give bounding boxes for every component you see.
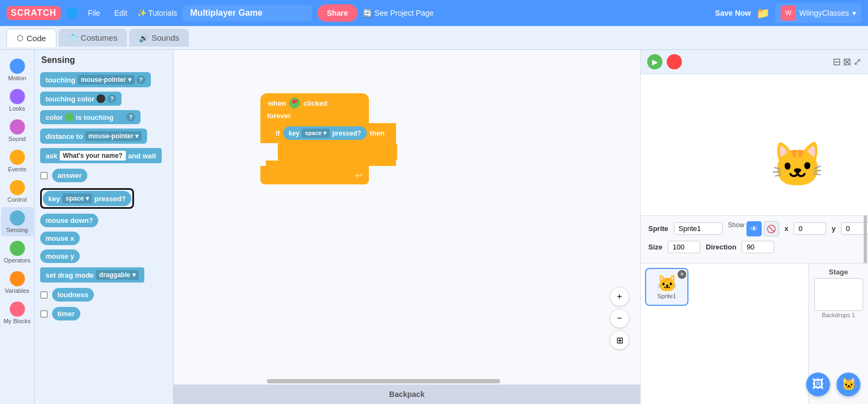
scratch-logo: SCRATCH bbox=[7, 6, 61, 20]
edit-menu[interactable]: Edit bbox=[110, 7, 132, 20]
red-stop-button[interactable] bbox=[667, 54, 682, 69]
stage-fullscreen-button[interactable]: ⤢ bbox=[853, 56, 861, 68]
costumes-icon: 👕 bbox=[68, 34, 78, 42]
sidebar-item-events[interactable]: Events bbox=[1, 146, 34, 176]
block-row-loudness: loudness bbox=[40, 286, 168, 303]
x-input[interactable] bbox=[794, 222, 826, 235]
add-backdrop-button[interactable]: 🖼 bbox=[806, 373, 830, 396]
sprite-cat-display: 🐱 bbox=[770, 139, 825, 190]
stage-label: Stage bbox=[829, 268, 848, 276]
save-now-button[interactable]: Save Now bbox=[715, 9, 751, 17]
loudness-checkbox[interactable] bbox=[40, 291, 48, 299]
block-touching-color[interactable]: touching color ? bbox=[40, 92, 122, 106]
file-menu[interactable]: File bbox=[84, 7, 105, 20]
size-input[interactable] bbox=[668, 241, 700, 253]
key-val[interactable]: space ▾ bbox=[302, 129, 330, 138]
tab-sounds[interactable]: 🔊 Sounds bbox=[129, 29, 189, 47]
sidebar-item-myblocks[interactable]: My Blocks bbox=[1, 298, 34, 328]
hat-block[interactable]: when 🚩 clicked bbox=[260, 93, 369, 108]
timer-checkbox[interactable] bbox=[40, 310, 48, 318]
stage-small-button[interactable]: ⊟ bbox=[833, 56, 841, 68]
block-answer[interactable]: answer bbox=[52, 169, 87, 182]
stage-normal-button[interactable]: ⊠ bbox=[843, 56, 851, 68]
sound-dot bbox=[10, 119, 25, 134]
sidebar-item-operators[interactable]: Operators bbox=[1, 238, 34, 267]
fit-button[interactable]: ⊞ bbox=[610, 330, 629, 350]
block-row-drag-mode: set drag mode draggable ▾ bbox=[39, 266, 169, 284]
forever-block[interactable]: forever bbox=[260, 108, 369, 123]
block-ask[interactable]: ask What's your name? and wait bbox=[40, 148, 162, 163]
sprite-delete-button[interactable]: ✕ bbox=[678, 270, 686, 279]
stage-header: ▶ ⊟ ⊠ ⤢ bbox=[641, 50, 868, 74]
user-menu[interactable]: W WiingyClasses ▾ bbox=[775, 3, 861, 23]
globe-button[interactable]: 🌐 bbox=[66, 7, 78, 19]
drag-mode-dropdown[interactable]: draggable ▾ bbox=[96, 270, 139, 280]
see-project-button[interactable]: 🔄 See Project Page bbox=[363, 9, 433, 17]
sidebar-item-variables[interactable]: Variables bbox=[1, 268, 34, 297]
sidebar-item-motion[interactable]: Motion bbox=[1, 55, 34, 85]
block-color-touching[interactable]: color is touching ? bbox=[40, 110, 141, 124]
main-layout: Motion Looks Sound Events Control Sensin… bbox=[0, 50, 868, 404]
block-loudness[interactable]: loudness bbox=[52, 288, 94, 302]
add-sprite-button[interactable]: 🐱 bbox=[837, 373, 860, 396]
sprite-label: Sprite bbox=[648, 225, 668, 233]
sidebar-item-looks[interactable]: Looks bbox=[1, 86, 34, 115]
backpack-bar[interactable]: Backpack bbox=[174, 384, 640, 404]
flag-symbol: 🚩 bbox=[289, 98, 300, 108]
block-distance-to[interactable]: distance to mouse-pointer ▾ bbox=[40, 129, 147, 144]
zoom-in-button[interactable]: + bbox=[610, 287, 629, 306]
zoom-out-button[interactable]: − bbox=[610, 309, 629, 328]
block-row-touching: touching mouse-pointer ▾ ? bbox=[39, 70, 169, 89]
share-button[interactable]: Share bbox=[317, 4, 358, 22]
tab-code[interactable]: ⬡ Code bbox=[7, 29, 56, 47]
show-visible-button[interactable]: 👁 bbox=[746, 221, 762, 236]
block-row-timer: timer bbox=[40, 305, 168, 322]
folder-icon[interactable]: 📁 bbox=[756, 7, 770, 20]
stage-thumbnail[interactable] bbox=[814, 278, 863, 311]
key-dropdown[interactable]: space ▾ bbox=[62, 194, 92, 203]
horizontal-scrollbar[interactable] bbox=[267, 379, 500, 383]
show-buttons: Show 👁 🚫 bbox=[728, 221, 779, 236]
if-block-bottom bbox=[266, 161, 396, 166]
block-timer[interactable]: timer bbox=[52, 307, 80, 320]
block-mouse-y[interactable]: mouse y bbox=[40, 249, 80, 263]
tab-costumes[interactable]: 👕 Costumes bbox=[59, 29, 127, 47]
sprite-info: Sprite Show 👁 🚫 x y Size Direction bbox=[641, 215, 868, 263]
tab-bar: ⬡ Code 👕 Costumes 🔊 Sounds bbox=[0, 26, 868, 50]
if-block[interactable]: if key space ▾ pressed? then bbox=[260, 123, 396, 143]
block-key-pressed[interactable]: key space ▾ pressed? bbox=[43, 191, 131, 206]
direction-input[interactable] bbox=[742, 241, 774, 253]
code-icon: ⬡ bbox=[17, 34, 23, 42]
sensing-dot bbox=[10, 210, 25, 226]
sprite-thumb-sprite1[interactable]: ✕ 🐱 Sprite1 bbox=[645, 268, 688, 306]
block-mouse-x[interactable]: mouse x bbox=[40, 232, 80, 245]
block-touching[interactable]: touching mouse-pointer ▾ ? bbox=[40, 72, 151, 87]
color-swatch-teal bbox=[116, 113, 124, 121]
answer-checkbox[interactable] bbox=[40, 172, 48, 179]
sidebar-item-control[interactable]: Control bbox=[1, 177, 34, 206]
script-canvas: when 🚩 clicked forever if key space ▾ pr… bbox=[174, 50, 640, 404]
touching-dropdown[interactable]: mouse-pointer ▾ bbox=[78, 75, 135, 85]
if-condition[interactable]: key space ▾ pressed? bbox=[283, 126, 367, 140]
green-flag-button[interactable]: ▶ bbox=[647, 54, 662, 69]
sprite-emoji: 🐱 bbox=[657, 274, 677, 293]
ask-input[interactable]: What's your name? bbox=[60, 151, 126, 161]
block-row-mouse-y: mouse y bbox=[39, 248, 169, 265]
blocks-panel-title: Sensing bbox=[39, 55, 169, 65]
sidebar-item-sound[interactable]: Sound bbox=[1, 116, 34, 145]
backdrops-label: Backdrops 1 bbox=[822, 312, 855, 318]
tutorials-button[interactable]: ✨ Tutorials bbox=[137, 9, 177, 17]
stage-canvas: 🐱 bbox=[641, 74, 868, 215]
forever-end: ↩ bbox=[260, 166, 369, 184]
sprite-name-input[interactable] bbox=[674, 222, 723, 235]
block-drag-mode[interactable]: set drag mode draggable ▾ bbox=[40, 267, 144, 283]
operators-dot bbox=[10, 241, 25, 256]
show-hidden-button[interactable]: 🚫 bbox=[764, 221, 779, 236]
project-name-input[interactable] bbox=[183, 5, 312, 21]
block-row-ask: ask What's your name? and wait bbox=[39, 146, 169, 165]
distance-dropdown[interactable]: mouse-pointer ▾ bbox=[85, 131, 142, 141]
script-area[interactable]: when 🚩 clicked forever if key space ▾ pr… bbox=[174, 50, 640, 404]
block-mouse-down[interactable]: mouse down? bbox=[40, 214, 98, 227]
block-row-mouse-down: mouse down? bbox=[39, 212, 169, 229]
sidebar-item-sensing[interactable]: Sensing bbox=[1, 207, 34, 236]
